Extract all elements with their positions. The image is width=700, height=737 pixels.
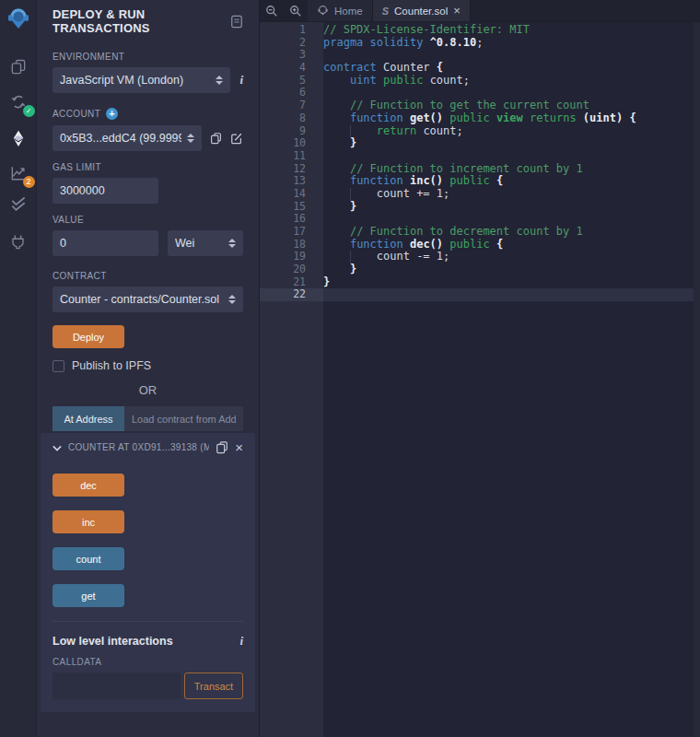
transact-button[interactable]: Transact xyxy=(184,673,243,699)
zoom-out-icon[interactable] xyxy=(260,0,284,21)
environment-info-icon[interactable]: i xyxy=(239,73,243,88)
at-address-button[interactable]: At Address xyxy=(52,406,124,431)
close-tab-icon[interactable]: × xyxy=(453,6,461,16)
line-content xyxy=(323,87,700,99)
line-number: 4 xyxy=(260,62,323,75)
line-number: 2 xyxy=(260,37,323,50)
code-line-13[interactable]: 13 function inc() public { xyxy=(260,175,700,188)
dec-function-button[interactable]: dec xyxy=(52,474,124,497)
code-line-16[interactable]: 16 xyxy=(260,213,700,226)
value-unit: Wei xyxy=(175,237,223,250)
code-line-20[interactable]: 20 } xyxy=(260,263,700,276)
code-lines: 1// SPDX-License-Identifier: MIT2pragma … xyxy=(260,24,700,301)
close-instance-icon[interactable]: × xyxy=(235,442,243,453)
line-number: 6 xyxy=(260,87,323,99)
inc-function-button[interactable]: inc xyxy=(52,510,124,533)
line-content: pragma solidity ^0.8.10; xyxy=(323,37,700,50)
code-line-11[interactable]: 11 xyxy=(260,150,700,163)
account-select[interactable]: 0x5B3...eddC4 (99.99999999 xyxy=(52,125,202,151)
code-line-14[interactable]: 14 count += 1; xyxy=(260,188,700,201)
line-content: // Function to increment count by 1 xyxy=(323,163,700,176)
code-line-12[interactable]: 12 // Function to increment count by 1 xyxy=(260,163,700,176)
unit-testing-icon[interactable] xyxy=(7,193,29,216)
code-line-5[interactable]: 5 uint public count; xyxy=(260,75,700,88)
gas-limit-input[interactable]: 3000000 xyxy=(52,178,158,204)
line-number: 11 xyxy=(260,150,323,163)
compiler-success-badge: ✓ xyxy=(23,105,35,117)
count-function-button[interactable]: count xyxy=(52,547,124,570)
tab-counter-sol[interactable]: S Counter.sol × xyxy=(373,0,471,21)
low-level-info-icon[interactable]: i xyxy=(239,634,243,649)
code-editor: Home S Counter.sol × 1// SPDX-License-Id… xyxy=(260,0,700,737)
line-number: 13 xyxy=(260,175,323,188)
line-number: 20 xyxy=(260,263,323,276)
code-line-17[interactable]: 17 // Function to decrement count by 1 xyxy=(260,226,700,239)
code-line-1[interactable]: 1// SPDX-License-Identifier: MIT xyxy=(260,24,700,37)
contract-label: CONTRACT xyxy=(52,271,243,281)
code-line-3[interactable]: 3 xyxy=(260,49,700,62)
code-line-22[interactable]: 22 xyxy=(260,288,700,301)
value-input[interactable]: 0 xyxy=(52,230,158,256)
code-line-10[interactable]: 10 } xyxy=(260,137,700,150)
account-label: ACCOUNT + xyxy=(52,108,243,120)
deploy-button[interactable]: Deploy xyxy=(52,325,124,348)
line-number: 16 xyxy=(260,213,323,226)
environment-select[interactable]: JavaScript VM (London) xyxy=(52,67,230,93)
solidity-file-icon: S xyxy=(382,6,389,17)
gas-limit-label: GAS LIMIT xyxy=(52,162,243,172)
tab-home[interactable]: Home xyxy=(308,0,373,21)
line-number: 22 xyxy=(260,288,323,301)
at-address-input[interactable] xyxy=(124,406,243,431)
static-analysis-icon[interactable]: 2 xyxy=(7,162,29,184)
calldata-label: CALLDATA xyxy=(52,657,243,667)
select-arrows-icon xyxy=(187,134,194,143)
code-line-15[interactable]: 15 } xyxy=(260,201,700,214)
code-line-18[interactable]: 18 function dec() public { xyxy=(260,239,700,252)
deploy-run-panel: DEPLOY & RUN TRANSACTIONS ENVIRONMENT Ja… xyxy=(37,0,260,737)
line-number: 21 xyxy=(260,276,323,289)
get-function-button[interactable]: get xyxy=(52,584,124,607)
remix-ide-window: ✓ 2 xyxy=(0,0,700,737)
remix-logo-icon[interactable] xyxy=(6,6,31,31)
value-unit-select[interactable]: Wei xyxy=(168,230,243,256)
line-content: count -= 1; xyxy=(323,251,700,263)
line-content: } xyxy=(323,201,700,214)
solidity-compiler-icon[interactable]: ✓ xyxy=(7,91,29,113)
line-number: 19 xyxy=(260,251,323,263)
copy-account-icon[interactable] xyxy=(210,132,222,145)
editor-scrollbar[interactable] xyxy=(694,22,700,737)
line-number: 10 xyxy=(260,137,323,150)
select-arrows-icon xyxy=(228,239,236,248)
line-content: uint public count; xyxy=(323,75,700,88)
zoom-in-icon[interactable] xyxy=(284,0,308,21)
analysis-count-badge: 2 xyxy=(23,176,35,188)
code-line-7[interactable]: 7 // Function to get the current count xyxy=(260,99,700,112)
code-line-21[interactable]: 21} xyxy=(260,276,700,289)
code-line-4[interactable]: 4contract Counter { xyxy=(260,62,700,75)
add-account-icon[interactable]: + xyxy=(106,108,118,120)
sign-message-icon[interactable] xyxy=(230,132,243,145)
line-number: 7 xyxy=(260,99,323,112)
contract-select[interactable]: Counter - contracts/Counter.sol xyxy=(52,287,243,312)
account-label-text: ACCOUNT xyxy=(52,109,100,119)
deploy-and-run-icon[interactable] xyxy=(7,127,29,149)
line-content: } xyxy=(323,263,700,276)
calldata-input[interactable] xyxy=(52,673,181,699)
docs-link-icon[interactable] xyxy=(230,15,243,29)
code-area[interactable]: 1// SPDX-License-Identifier: MIT2pragma … xyxy=(260,22,700,737)
code-line-19[interactable]: 19 count -= 1; xyxy=(260,251,700,263)
line-content: // Function to get the current count xyxy=(323,99,700,112)
environment-value: JavaScript VM (London) xyxy=(60,74,210,87)
copy-address-icon[interactable] xyxy=(216,440,228,454)
publish-ipfs-checkbox[interactable] xyxy=(52,360,64,372)
remix-home-icon xyxy=(317,5,329,17)
code-line-8[interactable]: 8 function get() public view returns (ui… xyxy=(260,112,700,125)
low-level-title: Low level interactions xyxy=(52,635,173,648)
line-content: // Function to decrement count by 1 xyxy=(323,226,700,239)
code-line-2[interactable]: 2pragma solidity ^0.8.10; xyxy=(260,37,700,50)
file-explorer-icon[interactable] xyxy=(7,56,29,78)
code-line-9[interactable]: 9 return count; xyxy=(260,125,700,138)
instance-collapse-chevron-icon[interactable] xyxy=(52,441,62,454)
plugin-manager-icon[interactable] xyxy=(7,230,29,252)
code-line-6[interactable]: 6 xyxy=(260,87,700,99)
